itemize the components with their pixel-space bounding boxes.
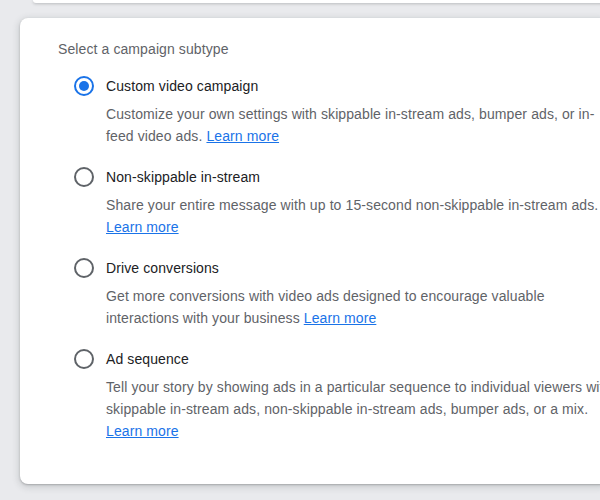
description-text: interactions with your business [106,310,304,326]
description-line: Customize your own settings with skippab… [106,103,568,125]
option-label: Ad sequence [106,349,189,369]
learn-more-link[interactable]: Learn more [106,219,179,235]
description-line: feed video ads. Learn more [106,125,568,147]
description-text: Tell your story by showing ads in a part… [106,379,600,395]
radio-button-icon[interactable] [74,349,94,369]
option-description: Get more conversions with video ads desi… [106,285,568,329]
description-text: feed video ads. [106,128,206,144]
description-text: Customize your own settings with skippab… [106,106,594,122]
description-line: Tell your story by showing ads in a part… [106,376,568,398]
option-label: Drive conversions [106,258,219,278]
description-line: Learn more [106,216,568,238]
learn-more-link[interactable]: Learn more [304,310,377,326]
option-description: Customize your own settings with skippab… [106,103,568,147]
description-line: interactions with your business Learn mo… [106,307,568,329]
radio-option-custom-video-campaign: Custom video campaign Customize your own… [74,76,568,147]
radio-button-icon[interactable] [74,167,94,187]
radio-button-icon[interactable] [74,258,94,278]
learn-more-link[interactable]: Learn more [106,423,179,439]
section-title: Select a campaign subtype [58,40,568,58]
option-description: Tell your story by showing ads in a part… [106,376,568,442]
description-text: Get more conversions with video ads desi… [106,288,545,304]
learn-more-link[interactable]: Learn more [206,128,279,144]
option-head-custom-video-campaign[interactable]: Custom video campaign [74,76,568,96]
previous-card-bottom-edge [33,0,600,3]
campaign-subtype-options: Custom video campaign Customize your own… [58,76,568,442]
description-line: skippable in-stream ads, non-skippable i… [106,398,568,420]
description-text: Share your entire message with up to 15-… [106,197,598,213]
option-head-drive-conversions[interactable]: Drive conversions [74,258,568,278]
option-head-ad-sequence[interactable]: Ad sequence [74,349,568,369]
description-text: skippable in-stream ads, non-skippable i… [106,401,588,417]
campaign-subtype-card: Select a campaign subtype Custom video c… [20,18,600,484]
description-line: Learn more [106,420,568,442]
radio-option-ad-sequence: Ad sequence Tell your story by showing a… [74,349,568,442]
radio-option-non-skippable-in-stream: Non-skippable in-stream Share your entir… [74,167,568,238]
radio-button-icon[interactable] [74,76,94,96]
page-background: Select a campaign subtype Custom video c… [0,0,600,500]
option-label: Custom video campaign [106,76,258,96]
description-line: Get more conversions with video ads desi… [106,285,568,307]
option-description: Share your entire message with up to 15-… [106,194,568,238]
radio-option-drive-conversions: Drive conversions Get more conversions w… [74,258,568,329]
option-label: Non-skippable in-stream [106,167,260,187]
description-line: Share your entire message with up to 15-… [106,194,568,216]
radio-dot [79,81,89,91]
option-head-non-skippable-in-stream[interactable]: Non-skippable in-stream [74,167,568,187]
